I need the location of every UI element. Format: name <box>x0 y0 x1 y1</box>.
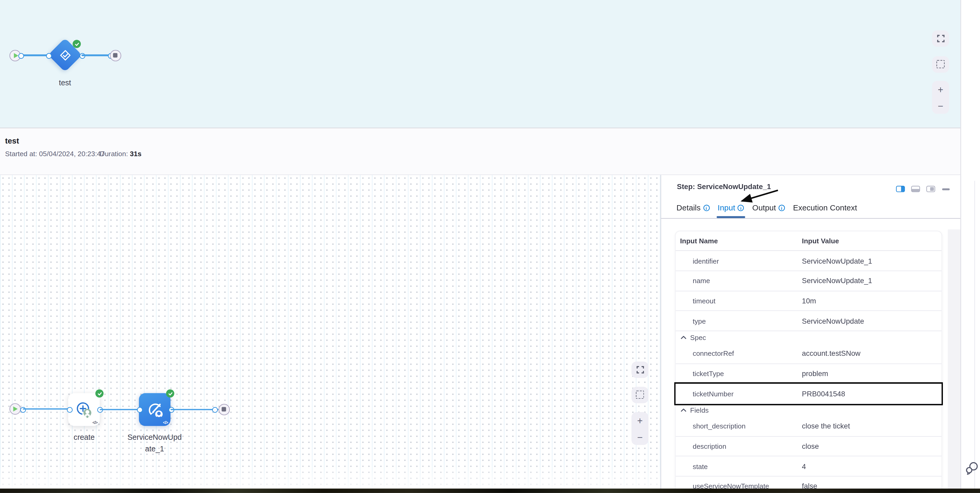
info-icon[interactable]: i <box>703 205 710 211</box>
input-name: identifier <box>676 257 802 265</box>
step-start-node[interactable] <box>10 403 21 415</box>
step-end-node[interactable] <box>218 404 230 415</box>
input-value: 10m <box>802 297 941 305</box>
success-badge <box>95 389 103 398</box>
selection-mode-button[interactable] <box>932 56 949 72</box>
step-node-servicenowupdate[interactable]: </> <box>139 393 170 426</box>
code-glyph: </> <box>163 420 168 425</box>
input-value: 4 <box>802 463 941 470</box>
input-table-row: ticketType problem <box>676 364 941 384</box>
input-value: close <box>802 442 941 450</box>
success-badge <box>166 389 174 398</box>
input-table-row: short_description close the ticket <box>676 416 941 437</box>
execution-header: test Started at: 05/04/2024, 20:23:47 Du… <box>0 128 960 175</box>
input-name: timeout <box>676 297 802 305</box>
marquee-icon <box>636 391 644 399</box>
input-value: PRB0041548 <box>802 390 941 397</box>
input-value: ServiceNowUpdate_1 <box>802 277 941 285</box>
input-table-row: timeout 10m <box>676 291 941 311</box>
fullscreen-icon <box>636 366 644 374</box>
group-label: Spec <box>690 333 706 341</box>
edge <box>100 409 140 410</box>
execution-page: test + − test Started at: 05/04/2024, 20… <box>0 0 980 493</box>
desktop-wallpaper-strip <box>0 488 980 493</box>
input-name: name <box>676 277 802 285</box>
input-name: state <box>676 463 802 470</box>
input-table-row: identifier ServiceNowUpdate_1 <box>676 251 941 271</box>
input-name: type <box>676 317 802 325</box>
pipeline-end-node[interactable] <box>110 49 121 61</box>
duration-label: Duration: <box>100 150 128 158</box>
minimize-panel-button[interactable] <box>942 188 950 190</box>
layout-right-panel-icon[interactable] <box>896 185 905 192</box>
step-graph-canvas[interactable]: </> </> cr <box>0 175 661 493</box>
selection-mode-button[interactable] <box>632 387 649 403</box>
step-node-create[interactable]: </> <box>68 393 100 426</box>
input-name: description <box>676 442 802 450</box>
marquee-icon <box>936 60 945 69</box>
pipeline-name: test <box>5 136 19 145</box>
input-name: short_description <box>676 423 802 430</box>
input-table-card: Input Name Input Value identifier Servic… <box>675 231 942 493</box>
step-label-create: create <box>59 432 110 443</box>
value-column-header: Input Value <box>802 237 941 245</box>
duration-value: 31s <box>130 150 142 158</box>
edge <box>81 54 110 56</box>
edge <box>170 409 218 410</box>
layout-drawer-icon[interactable] <box>926 185 935 192</box>
layout-bottom-panel-icon[interactable] <box>911 185 920 192</box>
zoom-controls: + − <box>932 81 949 114</box>
started-label: Started at: <box>5 150 37 158</box>
group-label: Fields <box>690 406 709 414</box>
started-at: Started at: 05/04/2024, 20:23:47 <box>5 150 105 158</box>
tabs-divider <box>661 218 961 218</box>
input-value: ServiceNowUpdate_1 <box>802 257 941 265</box>
zoom-controls: + − <box>632 412 649 445</box>
tab-details[interactable]: Details i <box>676 204 710 218</box>
connector-port <box>46 53 52 59</box>
fullscreen-button[interactable] <box>632 362 649 378</box>
input-table-row: state 4 <box>676 457 941 477</box>
pipeline-graph-canvas[interactable]: test + − <box>0 0 960 128</box>
zoom-out-button[interactable]: − <box>932 97 949 114</box>
success-badge <box>73 40 81 48</box>
tab-label: Execution Context <box>793 204 857 212</box>
servicenow-create-icon <box>75 401 93 418</box>
help-chat-button[interactable] <box>965 461 979 475</box>
zoom-in-button[interactable]: + <box>932 81 949 97</box>
connector-port <box>212 407 218 413</box>
edge <box>22 408 69 410</box>
connector-port <box>67 407 73 413</box>
play-icon <box>13 406 18 412</box>
tab-execution-context[interactable]: Execution Context <box>793 204 857 218</box>
input-table-row: type ServiceNowUpdate <box>676 311 941 331</box>
fullscreen-icon <box>937 35 945 42</box>
step-label-servicenowupdate: ServiceNowUpdate_1 <box>126 432 183 454</box>
step-details-panel: Step: ServiceNowUpdate_1 Details i Input… <box>661 175 961 493</box>
input-table-row: connectorRef account.testSNow <box>676 344 941 364</box>
zoom-out-button[interactable]: − <box>632 429 649 445</box>
started-value: 05/04/2024, 20:23:47 <box>39 150 105 158</box>
input-value: account.testSNow <box>802 350 941 357</box>
play-icon <box>14 53 18 57</box>
input-value: ServiceNowUpdate <box>802 317 941 325</box>
input-group-header[interactable]: Fields <box>676 404 941 416</box>
stop-icon <box>222 407 226 412</box>
fullscreen-button[interactable] <box>932 30 949 46</box>
name-column-header: Input Name <box>676 237 802 245</box>
gutter-divider <box>974 181 975 488</box>
stop-icon <box>113 53 118 57</box>
input-table-header: Input Name Input Value <box>676 231 941 251</box>
panel-scrollbar[interactable] <box>948 230 960 493</box>
chevron-up-icon <box>681 335 687 339</box>
edge <box>21 54 49 56</box>
input-table-row: ticketNumber PRB0041548 <box>676 384 941 404</box>
input-value: problem <box>802 370 941 377</box>
code-glyph: </> <box>92 420 97 425</box>
input-group-header[interactable]: Spec <box>676 331 941 344</box>
input-table-row: name ServiceNowUpdate_1 <box>676 271 941 291</box>
servicenow-update-icon <box>145 400 164 419</box>
page-gutter <box>960 0 980 493</box>
stage-check-icon <box>59 49 71 61</box>
zoom-in-button[interactable]: + <box>632 412 649 429</box>
